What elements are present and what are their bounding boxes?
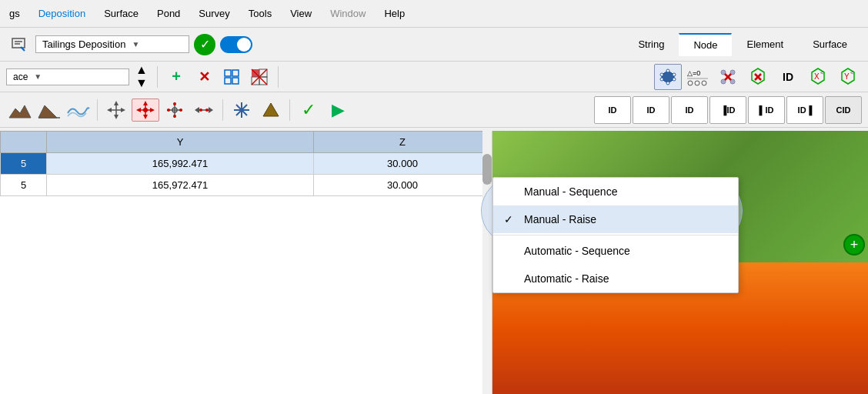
wave-icon-button[interactable] — [65, 98, 92, 122]
menu-item-auto-raise[interactable]: Automatic - Raise — [493, 265, 738, 292]
tab-node[interactable]: Node — [679, 33, 732, 56]
play-button[interactable]: ▶ — [324, 98, 352, 122]
cell-id-2: 5 — [1, 175, 47, 196]
svg-point-16 — [673, 73, 676, 76]
svg-marker-41 — [9, 105, 31, 118]
separator-1 — [157, 66, 158, 88]
svg-text:<: < — [850, 69, 854, 76]
table-row[interactable]: 5 165,972.471 30.000 — [1, 175, 492, 196]
radial-button[interactable] — [228, 98, 255, 122]
raise-icon-button[interactable] — [257, 98, 285, 122]
polygon-node-button[interactable] — [654, 64, 682, 90]
id-btn-6[interactable]: ID▐ — [786, 96, 823, 124]
cell-z-1: 30.000 — [314, 153, 492, 175]
add-node-button[interactable]: + — [843, 234, 865, 255]
move-all-button[interactable] — [102, 98, 130, 122]
cid-btn[interactable]: CID — [825, 96, 862, 124]
tab-element[interactable]: Element — [732, 33, 798, 56]
secondary-dropdown-label: ace — [13, 72, 28, 82]
menu-item-deposition[interactable]: Deposition — [35, 6, 88, 21]
id-node-button[interactable]: ID — [774, 64, 802, 90]
id-btn-1[interactable]: ID — [594, 96, 631, 124]
col-header-id — [1, 132, 47, 153]
separator-4 — [222, 99, 223, 121]
id-btn-5[interactable]: ▌ID — [748, 96, 785, 124]
tab-surface[interactable]: Surface — [798, 33, 862, 56]
svg-point-56 — [143, 108, 148, 112]
separator-5 — [289, 99, 290, 121]
menu-item-view[interactable]: View — [287, 6, 315, 21]
add-button[interactable]: + — [164, 65, 189, 88]
tailings-deposition-dropdown[interactable]: Tailings Deposition ▼ — [35, 35, 189, 53]
dropdown-menu: Manual - Sequence Manual - Raise Automat… — [492, 177, 739, 293]
id-label-2: ID — [647, 105, 656, 115]
menu-item-survey[interactable]: Survey — [195, 6, 232, 21]
delta-zero-button[interactable]: △=0 — [684, 64, 712, 90]
svg-text:Y: Y — [844, 72, 850, 81]
menu-item-manual-raise[interactable]: Manual - Raise — [493, 205, 738, 233]
id-label-4: ▐ID — [721, 105, 736, 115]
cell-z-2: 30.000 — [314, 175, 492, 196]
menu-item-pond[interactable]: Pond — [154, 6, 183, 21]
menu-item-help[interactable]: Help — [381, 6, 408, 21]
confirm-button[interactable]: ✓ — [194, 34, 215, 55]
grid-icon-1[interactable] — [219, 65, 244, 88]
rotate-button[interactable] — [161, 98, 189, 122]
cell-y-1: 165,992.471 — [47, 153, 314, 175]
separator-2 — [278, 66, 279, 88]
id-btn-4[interactable]: ▐ID — [709, 96, 746, 124]
cell-id-1: 5 — [1, 153, 47, 175]
svg-text:<: < — [820, 69, 824, 76]
menu-item-surface[interactable]: Surface — [101, 6, 142, 21]
scrollbar[interactable] — [482, 131, 492, 394]
menu-item-window[interactable]: Window — [327, 6, 369, 21]
dropdown-label: Tailings Deposition — [42, 38, 125, 50]
h-stretch-button[interactable] — [190, 98, 218, 122]
svg-point-68 — [205, 109, 209, 112]
profile-icon-button[interactable] — [35, 98, 63, 122]
svg-point-62 — [167, 109, 170, 112]
green-check-icon: ✓ — [302, 100, 315, 120]
grid-icon-2[interactable] — [247, 65, 272, 88]
id-btn-2[interactable]: ID — [633, 96, 669, 124]
play-icon: ▶ — [332, 100, 345, 120]
svg-point-19 — [660, 78, 663, 81]
svg-point-67 — [199, 109, 202, 112]
menu-bar: gs Deposition Surface Pond Survey Tools … — [0, 0, 868, 28]
svg-point-25 — [702, 81, 706, 85]
increment-button[interactable]: ▲ — [132, 64, 151, 76]
id-label-6: ID▐ — [798, 105, 813, 115]
table-row[interactable]: 5 165,992.471 30.000 — [1, 153, 492, 175]
data-table: Y Z 5 165,992.471 30.000 5 165,972.471 3… — [0, 131, 492, 196]
delete-node-green-button[interactable] — [744, 64, 772, 90]
tab-string[interactable]: String — [623, 33, 679, 56]
svg-text:X: X — [814, 72, 820, 81]
dropdown-arrow-icon: ▼ — [132, 40, 139, 48]
id-btn-3[interactable]: ID — [671, 96, 708, 124]
edit-icon[interactable] — [6, 33, 31, 56]
svg-point-17 — [673, 78, 676, 81]
svg-point-24 — [695, 81, 699, 85]
confirm-action-button[interactable]: ✓ — [295, 98, 322, 122]
menu-item-tools[interactable]: Tools — [245, 6, 275, 21]
decrement-button[interactable]: ▼ — [132, 77, 151, 89]
menu-item-manual-sequence[interactable]: Manual - Sequence — [493, 178, 738, 205]
snap-x-button[interactable]: X < — [804, 64, 832, 90]
snap-y-button[interactable]: Y < — [834, 64, 862, 90]
toolbar-row-1: Tailings Deposition ▼ ✓ String Node Elem… — [0, 28, 868, 62]
svg-point-15 — [666, 69, 669, 72]
delete-button[interactable]: ✕ — [192, 65, 216, 88]
menu-item-gs[interactable]: gs — [6, 6, 23, 21]
toggle-switch[interactable] — [220, 36, 252, 53]
svg-point-63 — [179, 109, 182, 112]
scroll-thumb — [482, 154, 492, 185]
secondary-dropdown[interactable]: ace ▼ — [6, 68, 129, 85]
menu-item-auto-sequence[interactable]: Automatic - Sequence — [493, 237, 738, 265]
move-selected-button[interactable] — [132, 98, 159, 122]
delete-node-button[interactable] — [714, 64, 742, 90]
id-label-5: ▌ID — [760, 105, 774, 115]
menu-separator — [493, 235, 738, 235]
x-icon: ✕ — [199, 68, 210, 85]
terrain-icon-button[interactable] — [6, 98, 34, 122]
toolbar-row-2: ace ▼ ▲ ▼ + ✕ — [0, 62, 868, 92]
